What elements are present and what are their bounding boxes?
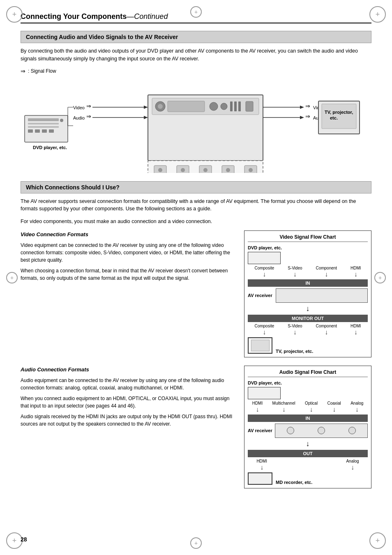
- svg-text:⇒: ⇒: [305, 113, 310, 120]
- video-out-col-composite: Composite ↓: [254, 324, 274, 336]
- svg-rect-34: [181, 168, 185, 172]
- video-columns-bottom: Composite ↓ S-Video ↓ Component ↓ HDMI ↓: [248, 324, 368, 336]
- svg-rect-5: [28, 129, 33, 133]
- video-para2: When choosing a connection format, bear …: [21, 267, 236, 282]
- svg-rect-22: [168, 101, 205, 112]
- svg-rect-37: [203, 168, 208, 172]
- audio-para3: Audio signals received by the HDMI IN ja…: [21, 413, 236, 428]
- audio-out-bar: OUT: [248, 450, 368, 457]
- svg-rect-56: [322, 104, 356, 129]
- composite-label: Composite: [254, 266, 274, 270]
- video-dvd-box-row: [248, 252, 368, 264]
- signal-flow-svg: DVD player, etc. Video ⇒ Audio ⇒: [21, 78, 374, 173]
- svg-point-24: [221, 103, 227, 110]
- audio-out-empty2-arrow: [306, 464, 307, 471]
- audio-out-hdmi-arrow: ↓: [260, 464, 263, 471]
- out-component-label: Component: [316, 324, 337, 328]
- video-tv-label: TV, projector, etc.: [276, 349, 313, 354]
- audio-optical-label: Optical: [305, 401, 318, 405]
- audio-analog-arrow: ↓: [355, 406, 359, 413]
- svg-text:DVD player, etc.: DVD player, etc.: [33, 145, 67, 150]
- svg-rect-7: [42, 129, 47, 133]
- video-col-hdmi: HDMI ↓: [350, 266, 361, 278]
- audio-hdmi-label: HDMI: [252, 401, 263, 405]
- signal-legend-text: : Signal Flow: [28, 68, 56, 74]
- video-dvd-box: [248, 252, 281, 264]
- audio-subsection-title: Audio Connection Formats: [21, 366, 236, 374]
- audio-analog-label: Analog: [350, 401, 363, 405]
- svg-rect-25: [230, 101, 233, 111]
- mid-corner-top: [190, 6, 202, 18]
- svg-rect-26: [234, 101, 237, 111]
- audio-para2: When you connect audio equipment to an H…: [21, 395, 236, 410]
- audio-connection-left: Audio Connection Formats Audio equipment…: [21, 366, 236, 488]
- audio-in-multichannel: Multichannel ↓: [272, 401, 295, 413]
- svg-rect-2: [28, 123, 59, 124]
- video-columns-top: Composite ↓ S-Video ↓ Component ↓ HDMI ↓: [248, 266, 368, 278]
- audio-coaxial-arrow: ↓: [332, 406, 336, 413]
- audio-coaxial-label: Coaxial: [327, 401, 341, 405]
- audio-columns-out: HDMI ↓: [248, 459, 368, 471]
- video-out-col-svideo: S-Video ↓: [288, 324, 302, 336]
- video-flow-chart-box: Video Signal Flow Chart DVD player, etc.…: [244, 230, 371, 357]
- video-col-composite: Composite ↓: [254, 266, 274, 278]
- video-in-bar: IN: [248, 279, 368, 287]
- corner-decoration-bl: [6, 532, 23, 549]
- audio-av-arrow-down: ↓: [248, 440, 368, 448]
- audio-out-empty1-arrow: [286, 464, 287, 471]
- audio-in-coaxial: Coaxial ↓: [327, 401, 341, 413]
- audio-optical-arrow: ↓: [310, 406, 313, 413]
- connector-circle-1: [287, 427, 294, 434]
- video-av-arrow-down: ↓: [248, 304, 368, 313]
- out-hdmi-arrow: ↓: [354, 329, 357, 336]
- audio-out-analog-arrow: ↓: [351, 464, 354, 471]
- video-out-col-hdmi: HDMI ↓: [350, 324, 361, 336]
- svg-text:Audio: Audio: [73, 115, 85, 120]
- section1-description: By connecting both the audio and video o…: [21, 47, 371, 63]
- svg-rect-28: [246, 101, 253, 111]
- video-out-col-component: Component ↓: [316, 324, 337, 336]
- svg-point-4: [60, 119, 63, 122]
- svg-marker-13: [144, 106, 148, 109]
- video-flow-chart-title: Video Signal Flow Chart: [248, 234, 368, 242]
- svg-marker-17: [144, 116, 148, 119]
- which-connections-section: Which Connections Should I Use? The AV r…: [21, 181, 371, 488]
- video-tv-icon: [248, 337, 272, 354]
- audio-hdmi-arrow: ↓: [256, 406, 259, 413]
- audio-out-analog: Analog ↓: [346, 459, 359, 471]
- svg-marker-48: [300, 106, 304, 109]
- svg-rect-27: [238, 101, 241, 111]
- audio-dvd-box: [248, 387, 281, 399]
- audio-md-row: MD recorder, etc.: [248, 472, 368, 485]
- audio-out-empty3: [326, 459, 327, 471]
- video-connection-section: Video Connection Formats Video equipment…: [21, 230, 371, 357]
- audio-out-empty2: [306, 459, 307, 471]
- svg-rect-6: [35, 129, 40, 133]
- composite-arrow-down: ↓: [263, 271, 266, 278]
- svg-rect-43: [249, 168, 253, 172]
- audio-out-empty3-arrow: [326, 464, 327, 471]
- audio-out-hdmi-label: HDMI: [256, 459, 267, 463]
- svideo-arrow-down: ↓: [293, 271, 297, 278]
- component-arrow-down: ↓: [325, 271, 328, 278]
- video-tv-row: TV, projector, etc.: [248, 337, 368, 354]
- svg-point-21: [158, 104, 163, 109]
- video-monitor-out-bar: MONITOR OUT: [248, 315, 368, 322]
- audio-flow-chart: Audio Signal Flow Chart DVD player, etc.…: [244, 366, 371, 488]
- out-svideo-label: S-Video: [288, 324, 302, 328]
- svg-text:TV, projector,: TV, projector,: [325, 110, 353, 115]
- corner-decoration-tr: [369, 6, 386, 23]
- svg-text:etc.: etc.: [330, 115, 338, 120]
- audio-out-empty1: [286, 459, 287, 471]
- audio-md-icon: [248, 472, 272, 485]
- svg-rect-31: [158, 168, 162, 172]
- svg-rect-8: [49, 129, 54, 133]
- hdmi-arrow-down: ↓: [354, 271, 357, 278]
- audio-flow-chart-box: Audio Signal Flow Chart DVD player, etc.…: [244, 366, 371, 488]
- out-svideo-arrow: ↓: [293, 329, 297, 336]
- svg-text:Video: Video: [73, 105, 85, 110]
- signal-legend: ⇒ : Signal Flow: [21, 68, 371, 74]
- mid-corner-bottom: [190, 537, 202, 549]
- audio-para1: Audio equipment can be connected to the …: [21, 377, 236, 391]
- svg-text:⇒: ⇒: [305, 103, 310, 109]
